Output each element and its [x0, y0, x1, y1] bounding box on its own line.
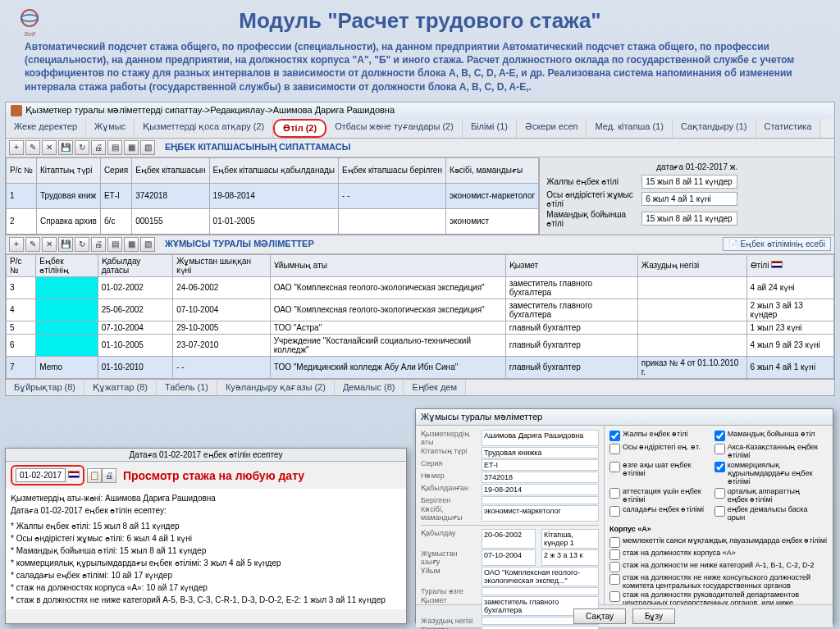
- svg-point-1: [21, 15, 38, 21]
- checkbox-option[interactable]: орталық аппараттың еңбек өтілімі: [714, 487, 819, 504]
- save-button[interactable]: 💾: [58, 237, 73, 252]
- checkbox-option[interactable]: стаж на должностях руководителей департа…: [609, 590, 828, 604]
- column-header[interactable]: Кітаптың түрі: [36, 157, 100, 183]
- checkbox-option[interactable]: Мамандық бойынша өтіл: [714, 430, 819, 441]
- table-row[interactable]: 425-06-200207-10-2004ОАО "Комплексная ге…: [7, 299, 834, 321]
- column-header[interactable]: Өтілі: [746, 254, 833, 276]
- save-button[interactable]: 💾: [58, 140, 73, 155]
- field-value[interactable]: [482, 626, 599, 629]
- column-header[interactable]: Еңбек өтілінің: [36, 254, 98, 276]
- column-header[interactable]: Қызмет: [505, 254, 637, 276]
- column-header[interactable]: Р/с №: [7, 157, 37, 183]
- cancel-button[interactable]: Бұзу: [632, 608, 675, 624]
- seniority-line: * стаж в должностях не ниже категорий A-…: [11, 594, 401, 606]
- tab-4[interactable]: Отбасы және туғандары (2): [326, 119, 463, 138]
- field-value[interactable]: ЕТ-I: [482, 459, 599, 471]
- tool-button[interactable]: ▤: [107, 140, 122, 155]
- checkbox-option[interactable]: стаж на должностях корпуса «А»: [609, 549, 828, 560]
- checkbox-option[interactable]: аттестация үшін еңбек өтілімі: [609, 487, 714, 504]
- checkbox-option[interactable]: коммерциялық құрылымдардағы еңбек өтілім…: [714, 461, 819, 485]
- save-button[interactable]: Сақтау: [573, 608, 626, 624]
- app-logo: Soft: [13, 7, 46, 39]
- print-button[interactable]: 🖨: [91, 237, 106, 252]
- table-row[interactable]: 1Трудовая книжЕТ-I374201819-08-2014- -эк…: [7, 183, 539, 208]
- bottom-tab[interactable]: Құжаттар (8): [84, 380, 157, 395]
- tool-button-3[interactable]: ▧: [140, 237, 155, 252]
- table-row[interactable]: 601-10-200523-07-2010Учреждение "Костана…: [7, 334, 834, 356]
- employment-detail-dialog: Жұмысы туралы мәліметтер Қызметкердің ат…: [415, 408, 833, 623]
- tab-5[interactable]: Білімі (1): [463, 119, 517, 138]
- delete-button[interactable]: ✕: [42, 237, 57, 252]
- field-value[interactable]: [482, 496, 599, 504]
- edit-button[interactable]: ✎: [25, 140, 40, 155]
- field-value[interactable]: ОАО "Комплексная геолого-экологическая э…: [482, 567, 599, 586]
- checkbox-option[interactable]: өзге ақы шат еңбек өтілімі: [609, 461, 714, 485]
- tab-0[interactable]: Жеке деректер: [6, 119, 86, 138]
- field-value[interactable]: 07-10-2004: [482, 549, 536, 566]
- column-header[interactable]: Жазудың негізі: [637, 254, 746, 276]
- tab-8[interactable]: Сақтандыру (1): [673, 119, 756, 138]
- field-value[interactable]: 3742018: [482, 472, 599, 483]
- checkbox-option[interactable]: Акса-Казақстанның еңбек өтілімі: [714, 443, 819, 459]
- refresh-button[interactable]: ↻: [75, 237, 89, 252]
- field-value[interactable]: 19-08-2014: [482, 484, 599, 495]
- checkbox-option[interactable]: саладағы еңбек өтілімі: [609, 505, 714, 522]
- seniority-value: 6 жыл 4 ай 1 күні: [641, 192, 737, 206]
- checkbox-option[interactable]: мемлекеттік саяси мұқтаждық лауазымдарда…: [609, 536, 828, 548]
- column-header[interactable]: Қабылдау датасы: [98, 254, 172, 276]
- employment-grid[interactable]: Р/с №Еңбек өтілініңҚабылдау датасыЖұмыст…: [6, 254, 834, 379]
- table-row[interactable]: 507-10-200429-10-2005ТОО "Астра"главный …: [7, 321, 834, 334]
- tab-9[interactable]: Статистика: [756, 119, 821, 138]
- tool-button-2[interactable]: ▦: [124, 140, 139, 155]
- print-button[interactable]: 🖨: [91, 140, 106, 155]
- copy-button[interactable]: 📋: [87, 468, 102, 483]
- column-header[interactable]: Жұмыстан шыққан күні: [173, 254, 271, 276]
- field-value[interactable]: экономист-маркетолог: [482, 505, 599, 522]
- delete-button[interactable]: ✕: [42, 140, 57, 155]
- checkbox-option[interactable]: Осы өндірістегі ең. өт.: [609, 443, 714, 459]
- column-header[interactable]: Р/с №: [7, 254, 36, 276]
- refresh-button[interactable]: ↻: [75, 140, 89, 155]
- tab-2[interactable]: Қызметтерді қоса атқару (2): [135, 119, 273, 138]
- seniority-report-link[interactable]: 📄 Еңбек өтілімінің есебі: [723, 237, 831, 251]
- table-row[interactable]: 7Memo01-10-2010- -ТОО "Медицинский колле…: [7, 356, 834, 378]
- tab-6[interactable]: Әскери есеп: [517, 119, 587, 138]
- checkbox-option[interactable]: Жалпы еңбек өтілі: [609, 430, 714, 441]
- table-row[interactable]: 2Справка архивб/с00015501-01-2005экономи…: [7, 208, 539, 234]
- tab-1[interactable]: Жұмыс: [86, 119, 135, 138]
- seniority-line: * стаж на должностях корпуса «А»: 10 ай …: [11, 581, 401, 594]
- checkbox-option[interactable]: стаж на должностях не ниже консульского …: [609, 573, 828, 590]
- tool-button-2[interactable]: ▦: [124, 237, 139, 252]
- tool-button[interactable]: ▤: [107, 237, 122, 252]
- column-header[interactable]: Кәсібі, мамандығы: [445, 157, 538, 183]
- bottom-tab[interactable]: Демалыс (8): [335, 380, 404, 395]
- bottom-tab[interactable]: Табель (1): [157, 380, 217, 395]
- bottom-tab[interactable]: Еңбек дем: [404, 380, 466, 395]
- date-input-highlight: 01-02-2017: [11, 465, 84, 485]
- date-input[interactable]: 01-02-2017: [16, 468, 66, 482]
- column-header[interactable]: Ұйымның аты: [270, 254, 505, 276]
- add-button[interactable]: +: [9, 237, 24, 252]
- field-value[interactable]: Трудовая книжка: [482, 447, 599, 458]
- tab-7[interactable]: Мед. кітапша (1): [587, 119, 672, 138]
- print-button[interactable]: 🖨: [102, 468, 116, 483]
- checkbox-option[interactable]: еңбек демалысы баска орын: [714, 505, 819, 522]
- dialog1-subtitle: Просмотр стажа на любую дату: [123, 469, 304, 482]
- field-value[interactable]: [482, 587, 599, 595]
- column-header[interactable]: Еңбек кітапшасы берілген: [339, 157, 446, 183]
- table-row[interactable]: 301-02-200224-06-2002ОАО "Комплексная ге…: [7, 276, 834, 299]
- tool-button-3[interactable]: ▧: [140, 140, 155, 155]
- dialog1-title: Датаға 01-02-2017 еңбек өтілін есептеу: [6, 449, 406, 462]
- field-value[interactable]: 20-06-2002: [482, 529, 536, 549]
- bottom-tab[interactable]: Куәландыру қағазы (2): [217, 380, 335, 395]
- field-value[interactable]: Ашимова Дарига Рашидовна: [482, 430, 599, 446]
- column-header[interactable]: Еңбек кітапшасы қабылданады: [209, 157, 338, 183]
- add-button[interactable]: +: [9, 140, 24, 155]
- edit-button[interactable]: ✎: [25, 237, 40, 252]
- column-header[interactable]: Серия: [100, 157, 131, 183]
- bottom-tab[interactable]: Бұйрықтар (8): [6, 380, 84, 395]
- column-header[interactable]: Еңбек кітапшасын: [132, 157, 209, 183]
- workbook-grid[interactable]: Р/с №Кітаптың түріСерияЕңбек кітапшасынЕ…: [6, 157, 539, 235]
- tab-3[interactable]: Өтіл (2): [273, 119, 326, 138]
- checkbox-option[interactable]: стаж на должности не ниже категорий А-1,…: [609, 561, 828, 572]
